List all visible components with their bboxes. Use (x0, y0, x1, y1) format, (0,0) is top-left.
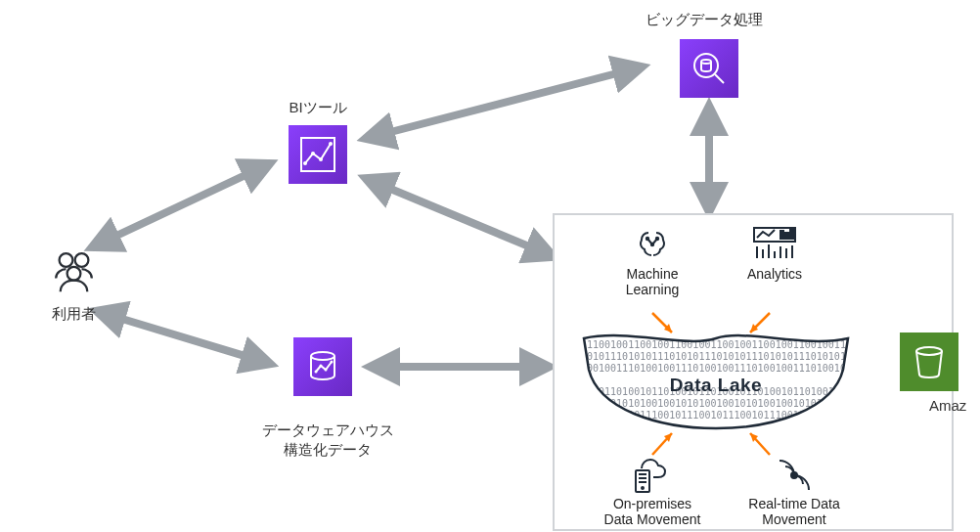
svg-point-53 (642, 487, 644, 489)
database-analytics-icon (302, 346, 343, 387)
svg-point-12 (701, 60, 711, 64)
arrow-users-bi (98, 166, 264, 244)
cloud-server-icon (628, 455, 677, 496)
dwh-label-line2: 構造化データ (284, 441, 372, 458)
users-group: 利用者 (29, 244, 117, 324)
svg-point-8 (319, 157, 323, 161)
svg-text:001001110100100111010010011101: 0010011101001001110100100111010010011101… (587, 363, 853, 374)
dwh-tile (293, 337, 352, 396)
dl-onprem-group: On-premises Data Movement (589, 455, 716, 527)
svg-point-16 (325, 369, 328, 372)
svg-rect-26 (790, 230, 793, 239)
dl-realtime-label: Real-time Data Movement (726, 496, 863, 527)
users-label: 利用者 (29, 304, 117, 324)
svg-point-7 (311, 152, 315, 155)
wave-ripple-icon (772, 455, 817, 496)
arrow-bi-datalake (372, 181, 548, 254)
dl-onprem-label: On-premises Data Movement (589, 496, 716, 527)
dl-analytics-group: Analytics (726, 225, 824, 282)
data-lake-title: Data Lake (555, 375, 877, 396)
svg-rect-24 (780, 231, 783, 239)
arrow-bi-bigdata (372, 68, 636, 137)
bi-tool-tile (289, 125, 347, 184)
dwh-label: データウェアハウス 構造化データ (230, 421, 425, 459)
svg-point-4 (67, 267, 80, 281)
svg-point-15 (320, 365, 323, 368)
svg-point-3 (74, 253, 88, 267)
dwh-label-line1: データウェアハウス (262, 421, 394, 438)
magnifier-db-icon (689, 48, 730, 89)
svg-rect-25 (785, 233, 788, 239)
dl-analytics-label: Analytics (726, 266, 824, 282)
svg-text:010111010101110101011101010111: 0101110101011101010111010101110101011101… (587, 351, 853, 362)
svg-point-14 (315, 371, 318, 374)
dl-ml-group: Machine Learning (603, 225, 701, 297)
line-chart-icon (297, 134, 338, 175)
analytics-icon (751, 225, 798, 262)
dl-ml-label: Machine Learning (603, 266, 701, 297)
dl-realtime-group: Real-time Data Movement (726, 455, 863, 527)
svg-line-22 (652, 239, 657, 244)
svg-point-55 (916, 347, 942, 355)
svg-point-9 (329, 142, 333, 146)
svg-point-6 (303, 161, 307, 165)
svg-line-11 (715, 74, 724, 83)
svg-point-2 (59, 253, 72, 267)
brain-icon (632, 225, 673, 266)
big-data-tile (680, 39, 738, 98)
svg-line-21 (647, 239, 652, 244)
s3-label: Amaz (929, 396, 980, 416)
big-data-label: ビッグデータ処理 (606, 10, 802, 29)
data-lake-panel: Machine Learning Analytics (553, 213, 954, 531)
bi-tool-label: BIツール (269, 98, 367, 117)
svg-point-13 (311, 352, 334, 360)
s3-tile (900, 332, 958, 391)
svg-point-10 (694, 54, 718, 77)
arrow-users-dwh (103, 313, 264, 362)
bucket-icon (910, 342, 949, 381)
users-icon (47, 244, 101, 298)
svg-point-17 (331, 361, 334, 364)
